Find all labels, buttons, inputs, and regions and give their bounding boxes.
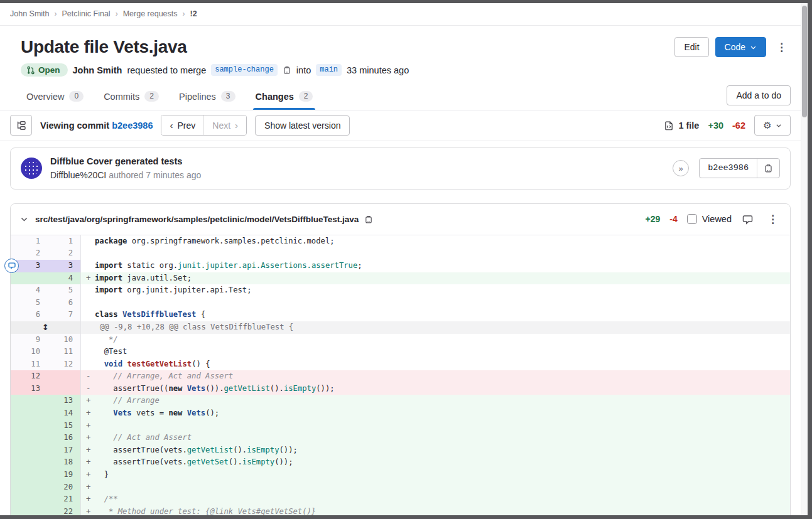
- new-line-number[interactable]: 2: [46, 247, 81, 260]
- old-line-number[interactable]: [11, 395, 46, 407]
- new-line-number[interactable]: 4: [46, 272, 81, 285]
- new-line-number[interactable]: 15: [46, 420, 81, 432]
- tabs-row: Overview0Commits2Pipelines3Changes2 Add …: [0, 84, 801, 110]
- old-line-number[interactable]: [11, 506, 46, 515]
- old-line-number[interactable]: 1: [11, 235, 46, 248]
- code-text: [95, 420, 790, 432]
- collapse-file-chevron-icon[interactable]: [19, 214, 30, 225]
- viewed-checkbox[interactable]: [687, 214, 697, 224]
- new-line-number[interactable]: 3: [46, 260, 81, 272]
- code-text: import java.util.Set;: [95, 272, 790, 285]
- collapse-commit-icon[interactable]: »: [673, 160, 689, 176]
- prev-commit-button[interactable]: ‹ Prev: [161, 115, 204, 135]
- code-text: package org.springframework.samples.petc…: [95, 235, 790, 248]
- new-line-number[interactable]: 14: [46, 407, 81, 420]
- old-line-number[interactable]: [11, 420, 46, 432]
- scrollbar-thumb[interactable]: [802, 6, 807, 117]
- add-todo-button[interactable]: Add a to do: [727, 85, 791, 105]
- show-latest-version-button[interactable]: Show latest version: [255, 115, 350, 136]
- old-line-number[interactable]: [11, 481, 46, 494]
- new-line-number[interactable]: 18: [46, 456, 81, 469]
- commit-title[interactable]: Diffblue Cover generated tests: [50, 155, 201, 169]
- file-count: 1 file: [664, 120, 699, 131]
- commit-sha[interactable]: b2ee3986: [700, 159, 757, 178]
- new-line-number[interactable]: 6: [46, 297, 81, 309]
- new-line-number[interactable]: 20: [46, 481, 81, 494]
- old-line-number[interactable]: [11, 444, 46, 457]
- file-tree-toggle-icon[interactable]: [10, 115, 32, 136]
- old-line-number[interactable]: 9: [11, 334, 46, 346]
- code-button[interactable]: Code: [715, 37, 766, 57]
- source-branch-badge[interactable]: sample-change: [211, 64, 278, 76]
- comment-indicator-icon[interactable]: [4, 259, 19, 273]
- prev-label: Prev: [177, 120, 195, 131]
- file-comment-icon[interactable]: [741, 213, 754, 226]
- old-line-number[interactable]: 11: [11, 358, 46, 371]
- target-branch-badge[interactable]: main: [316, 64, 342, 76]
- new-line-number[interactable]: [46, 370, 81, 383]
- old-line-number[interactable]: 4: [11, 284, 46, 297]
- line-content: [81, 247, 790, 260]
- old-line-number[interactable]: 6: [11, 309, 46, 321]
- new-line-number[interactable]: 11: [46, 346, 81, 358]
- new-line-number[interactable]: 5: [46, 284, 81, 297]
- old-line-number[interactable]: [11, 456, 46, 469]
- old-line-number[interactable]: 5: [11, 297, 46, 309]
- line-content: - // Arrange, Act and Assert: [81, 370, 790, 383]
- commit-author-avatar[interactable]: [21, 158, 42, 179]
- file-count-label: 1 file: [678, 120, 699, 131]
- old-line-number[interactable]: [11, 432, 46, 444]
- breadcrumb-item[interactable]: Merge requests: [123, 9, 178, 18]
- new-line-number[interactable]: 13: [46, 395, 81, 407]
- page-scrollbar[interactable]: [801, 3, 808, 515]
- viewing-commit-sha-link[interactable]: b2ee3986: [112, 120, 153, 131]
- expand-lines-icon[interactable]: ↕: [42, 321, 49, 334]
- mr-author[interactable]: John Smith: [73, 65, 122, 75]
- chevron-down-icon: [750, 44, 757, 51]
- file-options-kebab-icon[interactable]: ⋮: [764, 210, 782, 228]
- new-line-number[interactable]: 22: [46, 506, 81, 515]
- edit-button[interactable]: Edit: [674, 37, 708, 57]
- copy-branch-icon[interactable]: [283, 65, 291, 75]
- file-additions: +29: [646, 214, 661, 224]
- new-line-number[interactable]: 10: [46, 334, 81, 346]
- new-line-number[interactable]: 19: [46, 469, 81, 481]
- new-line-number[interactable]: 7: [46, 309, 81, 321]
- file-path[interactable]: src/test/java/org/springframework/sample…: [35, 215, 359, 224]
- old-line-number[interactable]: 10: [11, 346, 46, 358]
- tab-count-badge: 3: [221, 91, 235, 102]
- tab-overview[interactable]: Overview0: [18, 84, 92, 110]
- breadcrumb-item[interactable]: !2: [190, 9, 197, 18]
- new-line-number[interactable]: 17: [46, 444, 81, 457]
- old-line-number[interactable]: [11, 407, 46, 420]
- new-line-number[interactable]: 12: [46, 358, 81, 371]
- new-line-number[interactable]: 21: [46, 493, 81, 506]
- more-actions-kebab-icon[interactable]: ⋮: [772, 38, 791, 56]
- viewed-label: Viewed: [702, 214, 732, 224]
- old-line-number[interactable]: 12: [11, 370, 46, 383]
- breadcrumb-item[interactable]: John Smith: [10, 9, 50, 18]
- tab-label: Overview: [26, 92, 64, 102]
- copy-file-path-icon[interactable]: [364, 215, 373, 224]
- diff-sign: +: [81, 407, 95, 420]
- diff-sign: [81, 284, 95, 297]
- tab-pipelines[interactable]: Pipelines3: [170, 84, 244, 110]
- next-commit-button[interactable]: Next ›: [204, 115, 246, 135]
- old-line-number[interactable]: [11, 272, 46, 285]
- diff-line-row: 4+import java.util.Set;: [11, 272, 790, 285]
- tab-changes[interactable]: Changes2: [247, 84, 322, 110]
- new-line-number[interactable]: 1: [46, 235, 81, 248]
- copy-sha-icon[interactable]: [757, 159, 779, 178]
- tab-commits[interactable]: Commits2: [95, 84, 168, 110]
- old-line-number[interactable]: 13: [11, 383, 46, 395]
- line-content: + }: [81, 469, 790, 481]
- old-line-number[interactable]: [11, 469, 46, 481]
- viewed-toggle[interactable]: Viewed: [687, 214, 732, 224]
- diff-settings-button[interactable]: ⚙: [754, 115, 791, 136]
- old-line-number[interactable]: 2: [11, 247, 46, 260]
- breadcrumb-item[interactable]: Petclinic Final: [62, 9, 111, 18]
- diff-line-row: 18+ assertTrue(vets.getVetSet().isEmpty(…: [11, 456, 790, 469]
- old-line-number[interactable]: [11, 493, 46, 506]
- new-line-number[interactable]: [46, 383, 81, 395]
- new-line-number[interactable]: 16: [46, 432, 81, 444]
